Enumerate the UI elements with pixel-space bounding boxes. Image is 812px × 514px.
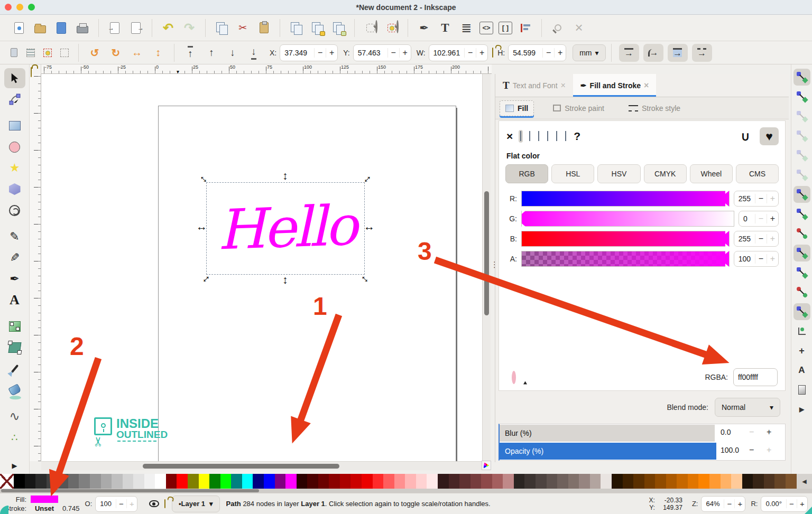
- snap-line-midpoints-icon[interactable]: [793, 284, 810, 301]
- scale-corners-toggle[interactable]: →: [643, 44, 663, 62]
- undo-icon[interactable]: ↶: [160, 20, 176, 36]
- pattern-button[interactable]: [546, 130, 550, 143]
- palette-swatch[interactable]: [459, 474, 470, 489]
- palette-swatch[interactable]: [731, 474, 742, 489]
- snap-paths-icon[interactable]: [793, 205, 810, 222]
- clone-icon[interactable]: [309, 20, 325, 36]
- palette-swatch[interactable]: [503, 474, 514, 489]
- palette-swatch[interactable]: [285, 474, 297, 489]
- palette-swatch[interactable]: [57, 474, 68, 489]
- snap-others-icon[interactable]: [793, 303, 810, 320]
- palette-swatch[interactable]: [786, 474, 797, 489]
- palette-swatch[interactable]: [427, 474, 438, 489]
- export-icon[interactable]: →: [128, 20, 144, 36]
- node-tool[interactable]: [4, 89, 25, 109]
- pencil-tool[interactable]: ✎: [4, 227, 25, 247]
- unlink-clone-icon[interactable]: [330, 20, 346, 36]
- snap-rotation-centers-icon[interactable]: +: [793, 342, 810, 359]
- snap-bbox-edges-icon[interactable]: [793, 108, 810, 125]
- palette-swatch[interactable]: [557, 474, 568, 489]
- close-icon[interactable]: ×: [644, 81, 649, 90]
- rectangle-tool[interactable]: [4, 116, 25, 136]
- layer-lock-icon[interactable]: [164, 500, 165, 508]
- snap-bbox-centers-icon[interactable]: [793, 166, 810, 183]
- snap-text-baseline-icon[interactable]: A: [793, 362, 810, 379]
- blur-bar[interactable]: Blur (%): [500, 425, 715, 442]
- blend-mode-dropdown[interactable]: Normal▾: [715, 398, 780, 417]
- flip-vertical-icon[interactable]: ↕: [150, 45, 166, 61]
- import-icon[interactable]: →: [107, 20, 123, 36]
- palette-swatch[interactable]: [264, 474, 275, 489]
- color-managed-view-icon[interactable]: [482, 461, 491, 470]
- eyedropper-icon[interactable]: [521, 373, 528, 382]
- snap-bounding-box-icon[interactable]: [793, 88, 810, 105]
- paint-bucket-tool[interactable]: [4, 380, 25, 400]
- dropper-tool[interactable]: [4, 359, 25, 379]
- palette-no-color[interactable]: [0, 474, 14, 489]
- blur-slider[interactable]: Blur (%) 0.0 − +: [500, 424, 785, 442]
- colorspace-tab-cms[interactable]: CMS: [736, 164, 779, 183]
- snap-object-centers-icon[interactable]: [793, 323, 810, 340]
- palette-swatch[interactable]: [709, 474, 721, 489]
- palette-swatch[interactable]: [579, 474, 590, 489]
- subtab-stroke-paint[interactable]: Stroke paint: [548, 101, 610, 116]
- text-tool[interactable]: A: [4, 290, 25, 310]
- palette-swatch[interactable]: [177, 474, 188, 489]
- lower-icon[interactable]: ↓: [225, 45, 241, 61]
- colorspace-tab-wheel[interactable]: Wheel: [690, 164, 733, 183]
- hello-path-object[interactable]: Hello: [198, 175, 375, 279]
- palette-swatch[interactable]: [623, 474, 634, 489]
- flip-horizontal-icon[interactable]: ↔: [129, 45, 145, 61]
- palette-swatch[interactable]: [568, 474, 579, 489]
- scale-handle-s[interactable]: ↕: [282, 276, 288, 284]
- rotation-field[interactable]: 0.00°−+: [761, 496, 808, 512]
- w-field[interactable]: 102.961−+: [429, 44, 488, 61]
- mesh-tool[interactable]: [4, 338, 25, 358]
- opacity-minus[interactable]: −: [749, 445, 754, 455]
- new-document-icon[interactable]: [11, 20, 27, 36]
- palette-swatch[interactable]: [188, 474, 199, 489]
- palette-swatch[interactable]: [112, 474, 123, 489]
- unknown-paint-icon[interactable]: ?: [574, 130, 580, 143]
- slider-bar-r[interactable]: [521, 191, 730, 207]
- zoom-drawing-icon[interactable]: [384, 20, 400, 36]
- palette-swatch[interactable]: [123, 474, 134, 489]
- palette-swatch[interactable]: [416, 474, 427, 489]
- preferences-icon[interactable]: ×: [571, 20, 587, 36]
- snap-bbox-corners-icon[interactable]: [793, 127, 810, 144]
- box3d-tool[interactable]: [4, 179, 25, 199]
- open-document-icon[interactable]: [32, 20, 48, 36]
- fill-stroke-dialog-icon[interactable]: ✒: [416, 20, 432, 36]
- palette-swatch[interactable]: [340, 474, 351, 489]
- palette-swatch[interactable]: [405, 474, 416, 489]
- copy-icon[interactable]: [214, 20, 229, 36]
- fill-color-swatch[interactable]: [31, 496, 58, 503]
- rgba-input[interactable]: ff00ffff: [733, 368, 778, 386]
- scale-handle-e[interactable]: ↔: [364, 223, 375, 230]
- select-all-icon[interactable]: [7, 46, 20, 59]
- document-properties-icon[interactable]: [ ]: [499, 22, 512, 34]
- palette-swatch[interactable]: [307, 474, 318, 489]
- palette-swatch[interactable]: [394, 474, 405, 489]
- palette-swatch[interactable]: [470, 474, 482, 489]
- ruler-lock-icon[interactable]: [31, 68, 32, 77]
- object-opacity-field[interactable]: 100−+: [95, 496, 137, 512]
- palette-swatch[interactable]: [644, 474, 656, 489]
- blur-minus[interactable]: −: [749, 427, 754, 437]
- palette-swatch[interactable]: [601, 474, 612, 489]
- snap-toggle-icon[interactable]: [793, 69, 810, 86]
- h-field[interactable]: 54.599−+: [508, 44, 566, 61]
- fill-rule-nonzero-button[interactable]: ♥: [760, 127, 779, 145]
- duplicate-icon[interactable]: [288, 20, 304, 36]
- palette-swatch[interactable]: [698, 474, 709, 489]
- colorspace-tab-hsl[interactable]: HSL: [551, 164, 594, 183]
- no-paint-button[interactable]: ×: [506, 130, 513, 143]
- palette-swatch[interactable]: [297, 474, 308, 489]
- linear-gradient-button[interactable]: [528, 130, 532, 143]
- swatch-button[interactable]: [555, 130, 559, 143]
- palette-swatch[interactable]: [329, 474, 340, 489]
- palette-swatch[interactable]: [79, 474, 90, 489]
- palette-swatch[interactable]: [68, 474, 79, 489]
- palette-swatch[interactable]: [666, 474, 677, 489]
- flat-color-button[interactable]: [519, 130, 523, 143]
